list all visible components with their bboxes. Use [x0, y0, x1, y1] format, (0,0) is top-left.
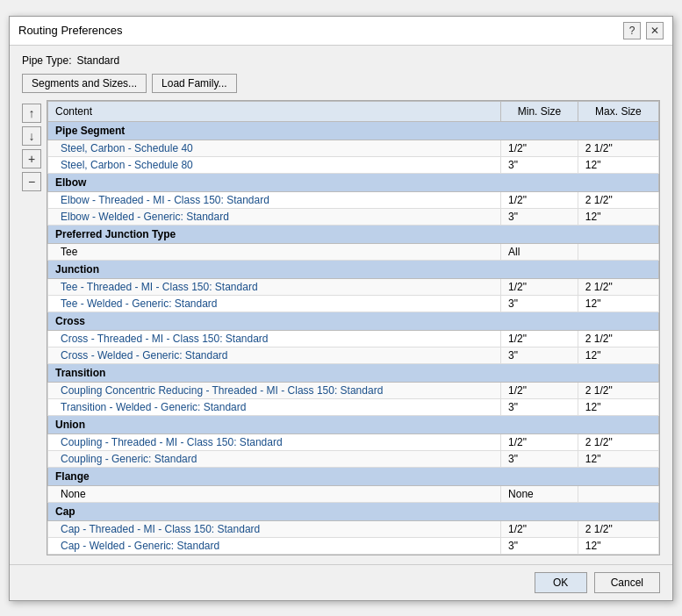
dialog-title: Routing Preferences — [18, 24, 123, 37]
cell-max-size: 2 1/2" — [578, 191, 658, 208]
table-row[interactable]: Coupling - Generic: Standard3"12" — [48, 450, 659, 467]
title-bar: Routing Preferences ? ✕ — [10, 17, 672, 46]
table-row[interactable]: Tee - Welded - Generic: Standard3"12" — [48, 295, 659, 312]
move-up-icon[interactable]: ↑ — [22, 104, 41, 123]
content-area: ↑ ↓ + − Content Min. Size Max. Size — [22, 100, 660, 555]
cell-content: Coupling - Threaded - MI - Class 150: St… — [48, 433, 501, 450]
table-section-header: Flange — [48, 467, 659, 485]
help-button[interactable]: ? — [623, 22, 641, 39]
close-button[interactable]: ✕ — [646, 22, 664, 39]
col-min-size: Min. Size — [501, 101, 578, 121]
cell-content: None — [48, 485, 501, 502]
table-row[interactable]: Steel, Carbon - Schedule 803"12" — [48, 156, 659, 173]
cell-max-size: 2 1/2" — [578, 433, 658, 450]
cell-max-size: 12" — [578, 450, 658, 467]
side-icons: ↑ ↓ + − — [22, 100, 47, 555]
cell-max-size: 12" — [578, 398, 658, 415]
cell-max-size: 12" — [578, 295, 658, 312]
table-section-header: Elbow — [48, 173, 659, 191]
cell-min-size: 3" — [501, 347, 578, 363]
table-header-row: Content Min. Size Max. Size — [48, 101, 659, 121]
cell-min-size: 1/2" — [501, 191, 578, 208]
cell-min-size: 1/2" — [501, 433, 578, 450]
cell-min-size: 3" — [501, 450, 578, 467]
cell-content: Cap - Welded - Generic: Standard — [48, 537, 501, 554]
cell-min-size: 3" — [501, 208, 578, 225]
cell-content: Tee - Threaded - MI - Class 150: Standar… — [48, 278, 501, 295]
cell-min-size: 1/2" — [501, 278, 578, 295]
cell-max-size: 2 1/2" — [578, 278, 658, 295]
dialog-body: Pipe Type: Standard Segments and Sizes..… — [10, 46, 672, 564]
cell-min-size: 3" — [501, 156, 578, 173]
cell-content: Tee — [48, 243, 501, 260]
cell-content: Transition - Welded - Generic: Standard — [48, 398, 501, 415]
cell-max-size: 2 1/2" — [578, 382, 658, 398]
dialog-footer: OK Cancel — [10, 564, 672, 600]
cell-max-size — [578, 485, 658, 502]
table-section-header: Junction — [48, 260, 659, 278]
cell-content: Coupling Concentric Reducing - Threaded … — [48, 382, 501, 398]
add-icon[interactable]: + — [22, 149, 41, 168]
table-row[interactable]: Elbow - Threaded - MI - Class 150: Stand… — [48, 191, 659, 208]
load-family-button[interactable]: Load Family... — [152, 74, 236, 93]
ok-button[interactable]: OK — [535, 572, 587, 593]
table-row[interactable]: Coupling Concentric Reducing - Threaded … — [48, 382, 659, 398]
table-row[interactable]: Cap - Welded - Generic: Standard3"12" — [48, 537, 659, 554]
cell-content: Elbow - Welded - Generic: Standard — [48, 208, 501, 225]
table-row[interactable]: Transition - Welded - Generic: Standard3… — [48, 398, 659, 415]
cell-content: Cap - Threaded - MI - Class 150: Standar… — [48, 520, 501, 537]
table-row[interactable]: Tee - Threaded - MI - Class 150: Standar… — [48, 278, 659, 295]
cell-content: Tee - Welded - Generic: Standard — [48, 295, 501, 312]
table-row[interactable]: Elbow - Welded - Generic: Standard3"12" — [48, 208, 659, 225]
table-container: Content Min. Size Max. Size Pipe Segment… — [47, 100, 660, 555]
cell-min-size: 3" — [501, 398, 578, 415]
cell-min-size: 1/2" — [501, 382, 578, 398]
table-row[interactable]: NoneNone — [48, 485, 659, 502]
table-row[interactable]: TeeAll — [48, 243, 659, 260]
table-section-header: Pipe Segment — [48, 121, 659, 140]
cell-max-size — [578, 243, 658, 260]
cell-content: Cross - Threaded - MI - Class 150: Stand… — [48, 330, 501, 347]
pipe-type-value: Standard — [76, 54, 119, 67]
cancel-button[interactable]: Cancel — [594, 572, 660, 593]
cell-max-size: 2 1/2" — [578, 520, 658, 537]
table-section-header: Cap — [48, 502, 659, 520]
cell-content: Steel, Carbon - Schedule 80 — [48, 156, 501, 173]
col-max-size: Max. Size — [578, 101, 658, 121]
cell-max-size: 2 1/2" — [578, 330, 658, 347]
segments-sizes-button[interactable]: Segments and Sizes... — [22, 74, 147, 93]
cell-min-size: 1/2" — [501, 140, 578, 156]
table-section-header: Preferred Junction Type — [48, 225, 659, 243]
cell-min-size: All — [501, 243, 578, 260]
move-down-icon[interactable]: ↓ — [22, 126, 41, 146]
cell-max-size: 12" — [578, 537, 658, 554]
table-row[interactable]: Cap - Threaded - MI - Class 150: Standar… — [48, 520, 659, 537]
table-section-header: Transition — [48, 363, 659, 382]
cell-content: Cross - Welded - Generic: Standard — [48, 347, 501, 363]
cell-max-size: 12" — [578, 347, 658, 363]
title-bar-controls: ? ✕ — [623, 22, 664, 39]
table-section-header: Union — [48, 415, 659, 433]
table-row[interactable]: Steel, Carbon - Schedule 401/2"2 1/2" — [48, 140, 659, 156]
cell-max-size: 12" — [578, 156, 658, 173]
col-content: Content — [48, 101, 501, 121]
table-row[interactable]: Coupling - Threaded - MI - Class 150: St… — [48, 433, 659, 450]
remove-icon[interactable]: − — [22, 172, 41, 191]
cell-content: Steel, Carbon - Schedule 40 — [48, 140, 501, 156]
cell-content: Elbow - Threaded - MI - Class 150: Stand… — [48, 191, 501, 208]
cell-max-size: 2 1/2" — [578, 140, 658, 156]
cell-content: Coupling - Generic: Standard — [48, 450, 501, 467]
table-section-header: Cross — [48, 312, 659, 330]
routing-table: Content Min. Size Max. Size Pipe Segment… — [47, 101, 659, 555]
cell-max-size: 12" — [578, 208, 658, 225]
pipe-type-label: Pipe Type: — [22, 54, 71, 67]
pipe-type-row: Pipe Type: Standard — [22, 54, 660, 67]
cell-min-size: 1/2" — [501, 330, 578, 347]
table-body: Pipe SegmentSteel, Carbon - Schedule 401… — [48, 121, 659, 554]
table-row[interactable]: Cross - Threaded - MI - Class 150: Stand… — [48, 330, 659, 347]
cell-min-size: None — [501, 485, 578, 502]
cell-min-size: 1/2" — [501, 520, 578, 537]
cell-min-size: 3" — [501, 537, 578, 554]
table-row[interactable]: Cross - Welded - Generic: Standard3"12" — [48, 347, 659, 363]
routing-preferences-dialog: Routing Preferences ? ✕ Pipe Type: Stand… — [9, 16, 673, 601]
